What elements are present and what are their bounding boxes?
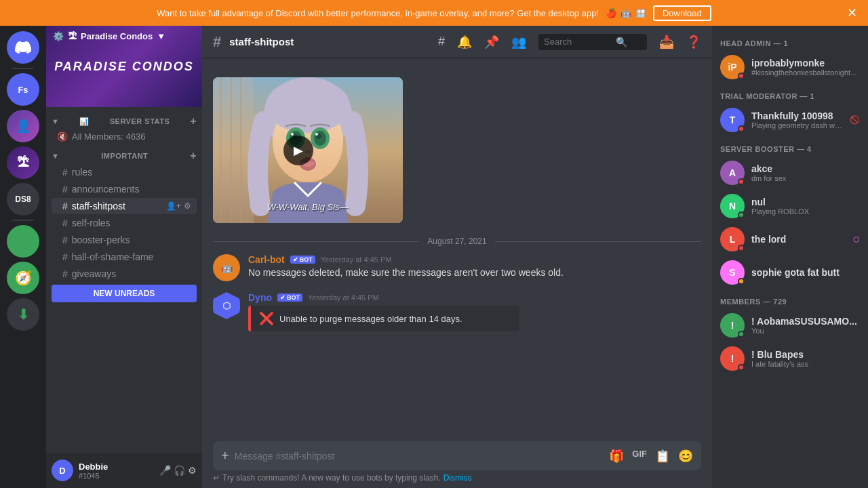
channel-rules[interactable]: # rules xyxy=(52,164,197,180)
aobama-avatar: ! xyxy=(720,313,745,338)
server-stats-section: ▼ 📊 SERVER STATS + 🔇 All Members: 4636 xyxy=(46,113,202,144)
thankfully-status-dot xyxy=(738,125,745,132)
member-the-lord[interactable]: L the lord ⬡ xyxy=(715,223,865,256)
dyno-error-text: Unable to purge messages older than 14 d… xyxy=(279,314,462,324)
mic-icon[interactable]: 🎤 xyxy=(159,465,171,476)
settings-icon[interactable]: ⚙ xyxy=(188,465,197,476)
trial-mod-section-title: TRIAL MODERATOR — 1 xyxy=(712,84,868,103)
chat-header-hash-icon: # xyxy=(213,33,221,51)
dismiss-link[interactable]: Dismiss xyxy=(443,473,472,483)
bell-icon[interactable]: 🔔 xyxy=(457,35,472,49)
help-icon[interactable]: ❓ xyxy=(686,35,701,49)
settings-icon[interactable]: ⚙ xyxy=(184,201,191,211)
iprobablymonke-name: iprobablymonke xyxy=(751,58,860,68)
dyno-avatar: ⬡ xyxy=(213,292,240,319)
video-embed[interactable]: ▶ W-W-Wait, Big Sis— xyxy=(213,77,403,223)
explore-button[interactable]: 🧭 xyxy=(7,262,39,294)
stats-add-button[interactable]: + xyxy=(190,115,197,127)
gift-icon[interactable]: 🎁 xyxy=(609,449,624,464)
verified-check: ✔ xyxy=(280,294,285,301)
important-section-header[interactable]: ▼ IMPORTANT + xyxy=(46,147,202,163)
iprobablymonke-status-dot xyxy=(738,73,745,79)
chat-header: # staff-shitpost # 🔔 📌 👥 🔍 📥 ❓ xyxy=(202,26,712,58)
hash-icon[interactable]: # xyxy=(438,35,445,49)
iprobablymonke-avatar: iP xyxy=(720,55,745,79)
bot-label: BOT xyxy=(300,256,313,263)
add-server-button[interactable]: + xyxy=(7,225,39,258)
chat-messages: ▶ W-W-Wait, Big Sis— August 27, 2021 🤖 C… xyxy=(202,58,712,436)
user-discriminator: #1045 xyxy=(79,472,154,480)
new-unreads-button[interactable]: NEW UNREADS xyxy=(52,285,197,302)
member-iprobablymonke[interactable]: iP iprobablymonke #kissingthehomiesballs… xyxy=(715,51,865,83)
member-akce[interactable]: A akce dm for sex xyxy=(715,157,865,189)
main-layout: Fs 👤 🏝 DS8 + 🧭 ⬇ ⚙️ 🏝 Paradise Condos ▼ … xyxy=(0,26,868,488)
channel-hash-icon: # xyxy=(62,268,68,279)
iprobablymonke-info: iprobablymonke #kissingthehomiesballston… xyxy=(751,58,860,77)
member-aobama[interactable]: ! ! AobamaSUSUSAMO... You xyxy=(715,309,865,342)
chat-input[interactable] xyxy=(235,443,604,469)
all-members-row: 🔇 All Members: 4636 xyxy=(46,129,202,144)
slash-tip-text: Try slash commands! A new way to use bot… xyxy=(222,473,441,483)
channel-self-roles[interactable]: # self-roles xyxy=(52,215,197,231)
gif-icon[interactable]: GIF xyxy=(632,449,647,464)
member-blu-bapes[interactable]: ! ! Blu Bapes I ate fatality's ass xyxy=(715,342,865,375)
dyno-author: Dyno xyxy=(248,292,272,303)
user-name: Debbie xyxy=(79,462,154,472)
sidebar-item-ds8[interactable]: DS8 xyxy=(7,183,39,216)
download-apps-button[interactable]: ⬇ xyxy=(7,298,39,331)
server-stats-header[interactable]: ▼ 📊 SERVER STATS + xyxy=(46,113,202,129)
sidebar-item-fs[interactable]: Fs xyxy=(7,73,39,106)
aobama-status: You xyxy=(751,327,860,335)
chat-input-add-button[interactable]: + xyxy=(221,441,229,470)
channel-announcements[interactable]: # announcements xyxy=(52,181,197,197)
channel-hall-of-shame-fame[interactable]: # hall-of-shame-fame xyxy=(52,249,197,265)
channel-giveaways-label: giveaways xyxy=(72,268,191,279)
inbox-icon[interactable]: 📥 xyxy=(659,35,674,49)
channel-staff-shitpost-label: staff-shitpost xyxy=(72,201,162,211)
sidebar-item-avatar1[interactable]: 👤 xyxy=(7,110,39,142)
thankfully-icons: 🚫 xyxy=(850,115,860,125)
blu-bapes-name: ! Blu Bapes xyxy=(751,349,860,360)
stats-chevron: ▼ xyxy=(52,117,59,125)
server-header[interactable]: ⚙️ 🏝 Paradise Condos ▼ PARADISE CONDOS xyxy=(46,26,202,107)
volume-icon: 🔇 xyxy=(57,131,68,142)
carlbot-bot-badge: ✔ BOT xyxy=(290,256,315,264)
channel-giveaways[interactable]: # giveaways xyxy=(52,266,197,282)
server-sidebar: ⚙️ 🏝 Paradise Condos ▼ PARADISE CONDOS ▼… xyxy=(46,26,202,488)
member-nul[interactable]: N nul Playing ROBLOX xyxy=(715,190,865,222)
chat-area: # staff-shitpost # 🔔 📌 👥 🔍 📥 ❓ xyxy=(202,26,712,488)
channel-list: ▼ 📊 SERVER STATS + 🔇 All Members: 4636 ▼… xyxy=(46,107,202,453)
download-button[interactable]: Download xyxy=(653,5,711,21)
important-add-button[interactable]: + xyxy=(190,150,197,162)
sticker-icon[interactable]: 📋 xyxy=(655,449,670,464)
channel-hash-icon: # xyxy=(62,251,68,262)
emoji-icon[interactable]: 😊 xyxy=(678,449,693,464)
sophie-name: sophie gota fat butt xyxy=(751,267,860,278)
channel-booster-perks[interactable]: # booster-perks xyxy=(52,232,197,248)
channel-hash-icon: # xyxy=(62,235,68,245)
nul-status-dot xyxy=(738,211,745,218)
close-banner-button[interactable]: ✕ xyxy=(847,5,857,20)
search-input[interactable] xyxy=(544,37,612,47)
member-thankfully[interactable]: T Thankfully 100998 Playing geometry das… xyxy=(715,104,865,136)
carlbot-content: Carl-bot ✔ BOT Yesterday at 4:45 PM No m… xyxy=(248,254,701,281)
blu-bapes-status-dot xyxy=(738,364,745,371)
channel-staff-shitpost[interactable]: # staff-shitpost 👤+ ⚙ xyxy=(52,198,197,214)
member-sophie[interactable]: S sophie gota fat butt xyxy=(715,256,865,289)
nul-name: nul xyxy=(751,197,860,207)
sidebar-item-paradise[interactable]: 🏝 xyxy=(7,146,39,179)
carlbot-avatar: 🤖 xyxy=(213,254,240,281)
windows-icon: 🪟 xyxy=(635,8,646,18)
search-box[interactable]: 🔍 xyxy=(538,34,647,50)
pin-icon[interactable]: 📌 xyxy=(484,35,499,49)
aobama-info: ! AobamaSUSUSAMO... You xyxy=(751,316,860,335)
headphone-icon[interactable]: 🎧 xyxy=(174,465,185,476)
add-member-icon[interactable]: 👤+ xyxy=(166,201,181,211)
chat-input-box: + 🎁 GIF 📋 😊 xyxy=(213,441,701,470)
members-icon[interactable]: 👥 xyxy=(511,35,526,49)
channel-hash-icon-active: # xyxy=(62,201,68,211)
video-play-button[interactable]: ▶ xyxy=(283,136,313,165)
user-info: Debbie #1045 xyxy=(79,462,154,480)
svg-rect-4 xyxy=(240,77,242,223)
discord-home-button[interactable] xyxy=(7,31,39,64)
